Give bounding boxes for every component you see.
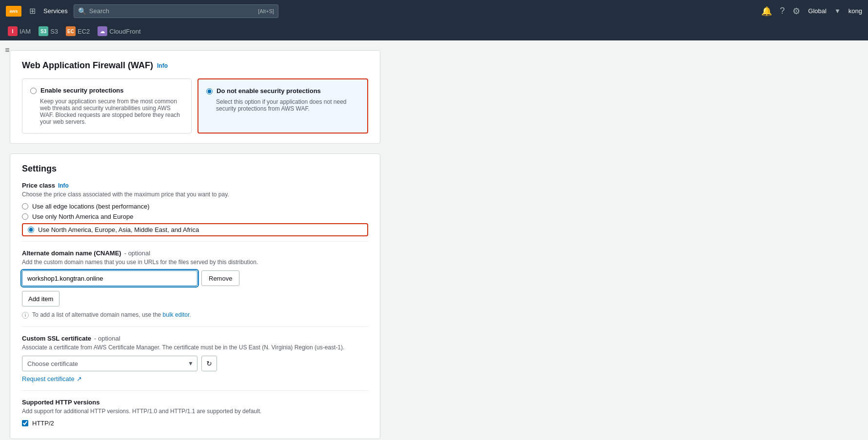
waf-enable-radio[interactable]: [30, 88, 37, 94]
price-class-desc: Choose the price class associated with t…: [22, 191, 368, 198]
cname-label: Alternate domain name (CNAME) - optional: [22, 249, 368, 257]
services-button[interactable]: Services: [43, 7, 68, 15]
price-class-naeu[interactable]: Use only North America and Europe: [22, 213, 368, 220]
user-menu[interactable]: kong: [848, 7, 862, 15]
bulk-editor-link[interactable]: bulk editor: [163, 311, 190, 318]
waf-options: Enable security protections Keep your ap…: [22, 78, 368, 134]
cname-input[interactable]: [22, 270, 197, 286]
remove-button[interactable]: Remove: [201, 270, 239, 286]
external-link-icon: ↗: [77, 375, 82, 383]
ssl-desc: Associate a certificate from AWS Certifi…: [22, 344, 368, 351]
http-versions-desc: Add support for additional HTTP versions…: [22, 408, 368, 415]
iam-label: IAM: [20, 28, 31, 35]
waf-info-link[interactable]: Info: [157, 62, 168, 69]
waf-disable-option[interactable]: Do not enable security protections Selec…: [197, 78, 368, 134]
waf-enable-desc: Keep your application secure from the mo…: [40, 98, 183, 125]
main-content: Web Application Firewall (WAF) Info Enab…: [0, 40, 390, 440]
search-bar: 🔍 [Alt+S]: [74, 4, 278, 18]
ec2-badge: EC: [66, 26, 76, 36]
http-versions-section: Supported HTTP versions Add support for …: [22, 399, 368, 427]
settings-icon[interactable]: ⚙: [792, 6, 800, 17]
settings-title: Settings: [22, 164, 368, 174]
ec2-label: EC2: [78, 28, 90, 35]
price-class-info-link[interactable]: Info: [58, 182, 69, 189]
price-class-all[interactable]: Use all edge locations (best performance…: [22, 203, 368, 210]
waf-enable-title: Enable security protections: [40, 87, 124, 94]
s3-badge: S3: [39, 26, 48, 36]
price-class-naeu-radio[interactable]: [22, 213, 28, 220]
aws-logo[interactable]: aws: [6, 6, 21, 17]
waf-title: Web Application Firewall (WAF) Info: [22, 60, 368, 71]
add-item-button[interactable]: Add item: [22, 291, 59, 306]
http2-checkbox[interactable]: [22, 420, 28, 426]
price-class-label: Price class Info: [22, 182, 368, 189]
waf-disable-radio[interactable]: [206, 88, 213, 95]
top-navigation: aws ⊞ Services 🔍 [Alt+S] 🔔 ? ⚙ Global ▼ …: [0, 0, 868, 22]
nav-right: 🔔 ? ⚙ Global ▼ kong: [761, 6, 862, 17]
bulk-editor-text: i To add a list of alternative domain na…: [22, 311, 368, 319]
refresh-button[interactable]: ↻: [201, 356, 217, 371]
help-icon[interactable]: ?: [780, 6, 785, 16]
price-class-options: Use all edge locations (best performance…: [22, 203, 368, 236]
breadcrumb-iam[interactable]: I IAM: [8, 26, 31, 36]
s3-label: S3: [50, 28, 58, 35]
waf-enable-option[interactable]: Enable security protections Keep your ap…: [22, 78, 192, 134]
search-icon: 🔍: [78, 7, 86, 15]
cloudfront-badge: ☁: [98, 26, 107, 36]
price-class-selected-box[interactable]: Use North America, Europe, Asia, Middle …: [22, 223, 368, 236]
search-shortcut: [Alt+S]: [258, 8, 274, 14]
services-label: Services: [43, 7, 68, 15]
breadcrumb-nav: I IAM S3 S3 EC EC2 ☁ CloudFront: [0, 22, 868, 40]
price-class-all-radio[interactable]: [22, 203, 28, 210]
http2-label: HTTP/2: [32, 420, 54, 427]
bulk-info-icon: i: [22, 312, 29, 319]
cloudfront-label: CloudFront: [109, 28, 140, 35]
waf-disable-title: Do not enable security protections: [217, 87, 321, 95]
waf-card: Web Application Firewall (WAF) Info Enab…: [10, 50, 380, 144]
sidebar-toggle[interactable]: ≡: [0, 40, 15, 60]
search-input[interactable]: [89, 7, 255, 15]
ssl-label: Custom SSL certificate - optional: [22, 335, 368, 342]
certificate-select-wrapper: Choose certificate ▼: [22, 356, 197, 371]
ssl-select-row: Choose certificate ▼ ↻: [22, 356, 368, 371]
certificate-select[interactable]: Choose certificate: [22, 356, 197, 371]
request-cert-link[interactable]: Request certificate ↗: [22, 375, 82, 383]
notification-icon[interactable]: 🔔: [761, 6, 772, 17]
settings-card: Settings Price class Info Choose the pri…: [10, 153, 380, 439]
ssl-section: Custom SSL certificate - optional Associ…: [22, 335, 368, 390]
price-class-naeuasia-radio[interactable]: [28, 227, 34, 233]
iam-badge: I: [8, 26, 18, 36]
http2-checkbox-item[interactable]: HTTP/2: [22, 420, 368, 427]
http-versions-label: Supported HTTP versions: [22, 399, 368, 406]
price-class-section: Price class Info Choose the price class …: [22, 182, 368, 236]
breadcrumb-s3[interactable]: S3 S3: [39, 26, 58, 36]
cname-desc: Add the custom domain names that you use…: [22, 259, 368, 266]
cname-section: Alternate domain name (CNAME) - optional…: [22, 249, 368, 319]
grid-icon[interactable]: ⊞: [27, 4, 38, 18]
cname-input-row: Remove: [22, 270, 368, 286]
breadcrumb-ec2[interactable]: EC EC2: [66, 26, 90, 36]
waf-disable-desc: Select this option if your application d…: [216, 98, 359, 112]
breadcrumb-cloudfront[interactable]: ☁ CloudFront: [98, 26, 140, 36]
price-class-naeuasia[interactable]: Use North America, Europe, Asia, Middle …: [28, 226, 199, 233]
region-selector[interactable]: Global: [808, 7, 827, 15]
